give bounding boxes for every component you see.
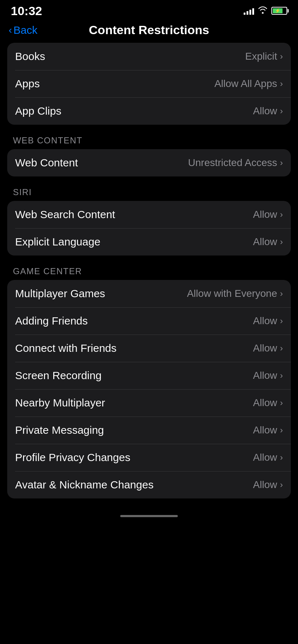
nearby-multiplayer-value-group: Allow ›	[253, 397, 283, 409]
web-search-value-group: Allow ›	[253, 209, 283, 220]
content-area: Books Explicit › Apps Allow All Apps › A…	[0, 43, 298, 498]
adding-friends-row[interactable]: Adding Friends Allow ›	[7, 307, 291, 335]
nearby-multiplayer-label: Nearby Multiplayer	[15, 397, 105, 409]
avatar-nickname-changes-row[interactable]: Avatar & Nickname Changes Allow ›	[7, 471, 291, 498]
game-center-section-label: GAME CENTER	[7, 266, 291, 276]
profile-privacy-changes-row[interactable]: Profile Privacy Changes Allow ›	[7, 444, 291, 471]
explicit-language-value: Allow	[253, 236, 277, 248]
screen-recording-value-group: Allow ›	[253, 370, 283, 381]
adding-friends-label: Adding Friends	[15, 315, 88, 327]
connect-with-friends-value: Allow	[253, 342, 277, 354]
nav-bar: ‹ Back Content Restrictions	[0, 19, 298, 43]
web-content-value: Unrestricted Access	[188, 157, 277, 169]
multiplayer-games-label: Multiplayer Games	[15, 288, 105, 300]
web-search-content-label: Web Search Content	[15, 208, 115, 221]
app-clips-value: Allow	[253, 105, 277, 117]
status-time: 10:32	[11, 4, 42, 18]
connect-with-friends-label: Connect with Friends	[15, 342, 117, 354]
screen-recording-label: Screen Recording	[15, 369, 101, 382]
private-messaging-value-group: Allow ›	[253, 424, 283, 436]
multiplayer-games-value: Allow with Everyone	[187, 288, 277, 299]
apps-label: Apps	[15, 78, 40, 90]
chevron-right-icon: ›	[280, 316, 283, 326]
books-value-group: Explicit ›	[245, 51, 283, 62]
apps-card: Books Explicit › Apps Allow All Apps › A…	[7, 43, 291, 125]
private-messaging-row[interactable]: Private Messaging Allow ›	[7, 417, 291, 444]
battery-icon: ⚡	[271, 7, 287, 15]
back-button[interactable]: ‹ Back	[9, 24, 37, 36]
game-center-section: GAME CENTER Multiplayer Games Allow with…	[7, 266, 291, 498]
explicit-language-value-group: Allow ›	[253, 236, 283, 248]
chevron-right-icon: ›	[280, 51, 283, 61]
apps-section: Books Explicit › Apps Allow All Apps › A…	[7, 43, 291, 125]
apps-value: Allow All Apps	[215, 78, 277, 89]
private-messaging-value: Allow	[253, 424, 277, 436]
chevron-right-icon: ›	[280, 158, 283, 168]
chevron-right-icon: ›	[280, 79, 283, 89]
signal-icon	[244, 7, 254, 15]
chevron-right-icon: ›	[280, 480, 283, 490]
app-clips-label: App Clips	[15, 105, 61, 117]
multiplayer-games-row[interactable]: Multiplayer Games Allow with Everyone ›	[7, 280, 291, 307]
web-content-row[interactable]: Web Content Unrestricted Access ›	[7, 149, 291, 176]
web-content-section-label: WEB CONTENT	[7, 135, 291, 146]
profile-privacy-changes-label: Profile Privacy Changes	[15, 451, 130, 464]
avatar-nickname-changes-value: Allow	[253, 479, 277, 491]
chevron-right-icon: ›	[280, 210, 283, 220]
avatar-nickname-changes-label: Avatar & Nickname Changes	[15, 479, 154, 491]
chevron-right-icon: ›	[280, 398, 283, 408]
chevron-right-icon: ›	[280, 106, 283, 116]
game-center-card: Multiplayer Games Allow with Everyone › …	[7, 280, 291, 498]
adding-friends-value: Allow	[253, 315, 277, 327]
back-label: Back	[13, 24, 37, 36]
private-messaging-label: Private Messaging	[15, 424, 104, 436]
siri-section: SIRI Web Search Content Allow › Explicit…	[7, 187, 291, 256]
web-search-content-value: Allow	[253, 209, 277, 220]
screen-recording-row[interactable]: Screen Recording Allow ›	[7, 362, 291, 389]
home-indicator-area	[0, 509, 298, 521]
apps-value-group: Allow All Apps ›	[215, 78, 283, 89]
web-search-content-row[interactable]: Web Search Content Allow ›	[7, 201, 291, 228]
profile-privacy-changes-value-group: Allow ›	[253, 452, 283, 463]
profile-privacy-changes-value: Allow	[253, 452, 277, 463]
screen-recording-value: Allow	[253, 370, 277, 381]
page-title: Content Restrictions	[89, 23, 209, 37]
nearby-multiplayer-row[interactable]: Nearby Multiplayer Allow ›	[7, 389, 291, 417]
avatar-nickname-changes-value-group: Allow ›	[253, 479, 283, 491]
status-icons: ⚡	[244, 6, 287, 16]
chevron-left-icon: ‹	[9, 24, 12, 36]
status-bar: 10:32 ⚡	[0, 0, 298, 19]
books-row[interactable]: Books Explicit ›	[7, 43, 291, 70]
chevron-right-icon: ›	[280, 452, 283, 463]
chevron-right-icon: ›	[280, 237, 283, 247]
connect-with-friends-value-group: Allow ›	[253, 342, 283, 354]
siri-card: Web Search Content Allow › Explicit Lang…	[7, 201, 291, 256]
siri-section-label: SIRI	[7, 187, 291, 197]
books-value: Explicit	[245, 51, 277, 62]
explicit-language-label: Explicit Language	[15, 236, 100, 248]
apps-row[interactable]: Apps Allow All Apps ›	[7, 70, 291, 97]
web-content-section: WEB CONTENT Web Content Unrestricted Acc…	[7, 135, 291, 176]
nearby-multiplayer-value: Allow	[253, 397, 277, 409]
multiplayer-games-value-group: Allow with Everyone ›	[187, 288, 283, 299]
explicit-language-row[interactable]: Explicit Language Allow ›	[7, 228, 291, 256]
app-clips-value-group: Allow ›	[253, 105, 283, 117]
chevron-right-icon: ›	[280, 343, 283, 353]
books-label: Books	[15, 50, 45, 63]
home-indicator	[120, 515, 178, 517]
web-content-card: Web Content Unrestricted Access ›	[7, 149, 291, 176]
chevron-right-icon: ›	[280, 289, 283, 299]
web-content-label: Web Content	[15, 157, 78, 169]
adding-friends-value-group: Allow ›	[253, 315, 283, 327]
chevron-right-icon: ›	[280, 371, 283, 381]
web-content-value-group: Unrestricted Access ›	[188, 157, 283, 169]
app-clips-row[interactable]: App Clips Allow ›	[7, 97, 291, 125]
chevron-right-icon: ›	[280, 425, 283, 435]
connect-with-friends-row[interactable]: Connect with Friends Allow ›	[7, 335, 291, 362]
wifi-icon	[258, 6, 268, 16]
